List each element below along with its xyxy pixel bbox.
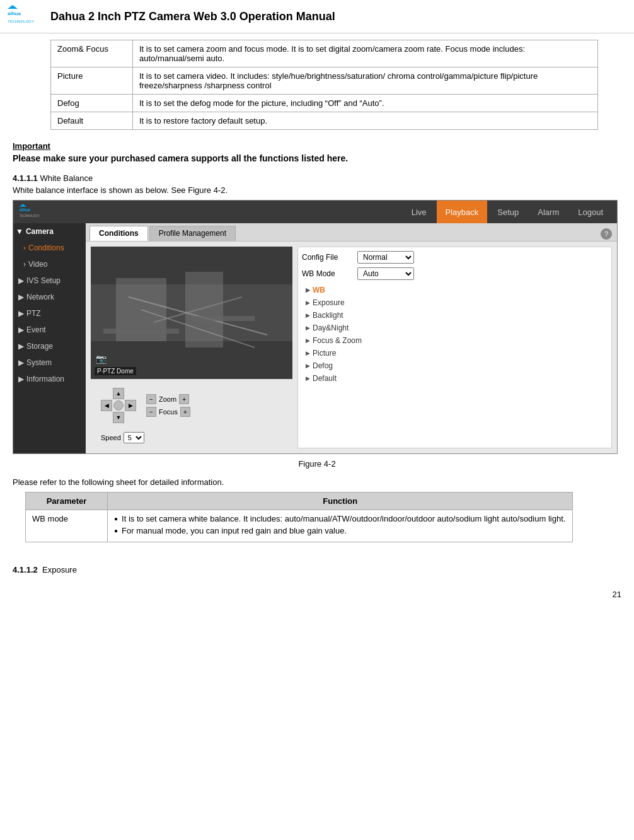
settings-menu: ▶ WB ▶ Exposure ▶ Backlight — [302, 284, 608, 385]
menu-arrow-focus-zoom: ▶ — [306, 337, 310, 344]
sidebar-item-event[interactable]: ▶ Event — [13, 322, 86, 338]
nav-live-button[interactable]: Live — [403, 201, 435, 223]
sidebar-arrow-ptz: ▶ — [18, 309, 24, 318]
desc-cell: It is to restore factory default setup. — [133, 112, 598, 130]
ptz-right-button[interactable]: ▶ — [125, 400, 136, 411]
camera-video-screen: Move Channel1 PTZ — [91, 247, 292, 379]
sidebar-label-system: System — [26, 358, 52, 367]
sidebar-arrow-network: ▶ — [18, 293, 24, 301]
important-section: Important Please make sure your purchase… — [13, 141, 621, 163]
tab-conditions[interactable]: Conditions — [89, 226, 148, 241]
features-table: Zoom& FocusIt is to set camera zoom and … — [50, 40, 598, 130]
nav-playback-button[interactable]: Playback — [437, 201, 488, 223]
camera-sidebar: ▼ Camera › Conditions › Video ▶ IVS Setu… — [13, 223, 86, 453]
ptz-up-button[interactable]: ▲ — [113, 388, 124, 399]
ptz-left-button[interactable]: ◀ — [101, 400, 112, 411]
desc-cell: It is to set camera video. It includes: … — [133, 67, 598, 95]
video-channel-label: P·PTZ Dome — [95, 367, 136, 375]
param-cell: Zoom& Focus — [51, 40, 133, 67]
section-411-body: White balance interface is shown as belo… — [13, 185, 621, 195]
tab-profile-management[interactable]: Profile Management — [149, 226, 236, 241]
camera-settings-panel: Config File Normal Day Night WB Mode A — [297, 247, 612, 448]
wb-mode-select[interactable]: Auto Manual ATW Outdoor Indoor — [357, 267, 414, 280]
speed-select[interactable]: 5 1 2 3 4 — [124, 432, 144, 443]
table-row-wb-mode: WB mode It is to set camera white balanc… — [26, 510, 573, 542]
menu-item-defog[interactable]: ▶ Defog — [302, 359, 608, 372]
camera-snapshot-icon[interactable]: 📷 — [96, 354, 107, 364]
zoom-plus-button[interactable]: + — [179, 394, 189, 404]
desc-cell: It is to set camera zoom and focus mode.… — [133, 40, 598, 67]
sidebar-item-system[interactable]: ▶ System — [13, 354, 86, 371]
config-file-label: Config File — [302, 253, 352, 262]
page-title: Dahua 2 Inch PTZ Camera Web 3.0 Operatio… — [50, 10, 335, 23]
sidebar-group-camera: ▼ Camera › Conditions › Video — [13, 223, 86, 272]
help-icon[interactable]: ? — [601, 228, 612, 240]
svg-text:alhua: alhua — [20, 207, 30, 212]
sidebar-arrow-ivs: ▶ — [18, 276, 24, 285]
speed-row: Speed 5 1 2 3 4 — [96, 431, 149, 445]
camera-ui-body: ▼ Camera › Conditions › Video ▶ IVS Setu… — [13, 223, 617, 453]
menu-arrow-defog: ▶ — [306, 363, 310, 369]
sidebar-item-information[interactable]: ▶ Information — [13, 371, 86, 387]
menu-label-day-night: Day&Night — [313, 324, 349, 332]
sidebar-label-ptz: PTZ — [26, 309, 41, 318]
speed-label: Speed — [101, 434, 121, 441]
config-file-select[interactable]: Normal Day Night — [357, 251, 414, 264]
menu-item-focus-zoom[interactable]: ▶ Focus & Zoom — [302, 334, 608, 347]
sidebar-item-storage[interactable]: ▶ Storage — [13, 338, 86, 354]
page-header: alhua TECHNOLOGY Dahua 2 Inch PTZ Camera… — [0, 0, 634, 33]
focus-minus-button[interactable]: − — [146, 407, 156, 417]
camera-content-row: Move Channel1 PTZ — [86, 242, 617, 453]
table-row: DefaultIt is to restore factory default … — [51, 112, 598, 130]
menu-arrow-day-night: ▶ — [306, 325, 310, 331]
sidebar-item-ivs-setup[interactable]: ▶ IVS Setup — [13, 272, 86, 289]
menu-item-day-night[interactable]: ▶ Day&Night — [302, 322, 608, 334]
table-row: Zoom& FocusIt is to set camera zoom and … — [51, 40, 598, 67]
camera-tabs: Conditions Profile Management ? — [86, 223, 617, 242]
menu-item-wb[interactable]: ▶ WB — [302, 284, 608, 296]
zoom-row: − Zoom + — [146, 394, 190, 404]
page-number: 21 — [0, 583, 634, 605]
menu-arrow-picture: ▶ — [306, 350, 310, 356]
sidebar-arrow-event: ▶ — [18, 325, 24, 334]
sidebar-item-camera[interactable]: ▼ Camera — [13, 223, 86, 240]
sidebar-item-video[interactable]: › Video — [13, 256, 86, 272]
footer-section: 4.1.1.2 Exposure — [0, 549, 634, 583]
camera-nav-bar: alhua TECHNOLOGY Live Playback Setup Ala… — [13, 201, 617, 223]
menu-item-picture[interactable]: ▶ Picture — [302, 347, 608, 359]
menu-label-focus-zoom: Focus & Zoom — [313, 336, 362, 345]
section-412-num: 4.1.1.2 — [13, 565, 38, 575]
sidebar-item-network[interactable]: ▶ Network — [13, 289, 86, 305]
param-cell: Default — [51, 112, 133, 130]
nav-logout-button[interactable]: Logout — [569, 201, 612, 223]
camera-ui-screenshot: alhua TECHNOLOGY Live Playback Setup Ala… — [13, 200, 618, 454]
logo-area: alhua TECHNOLOGY — [6, 4, 44, 29]
zoom-minus-button[interactable]: − — [146, 394, 156, 404]
section-411-title: White Balance — [40, 173, 93, 183]
video-feed-graphic — [91, 247, 292, 379]
zoom-label: Zoom — [159, 395, 176, 403]
focus-row: − Focus + — [146, 407, 190, 417]
sidebar-arrow-storage: ▶ — [18, 342, 24, 351]
menu-label-exposure: Exposure — [313, 298, 345, 307]
menu-item-default[interactable]: ▶ Default — [302, 372, 608, 385]
ptz-controls: ▲ ▼ ◀ ▶ − Zoom — [91, 379, 292, 448]
menu-arrow-wb: ▶ — [306, 287, 310, 293]
wb-mode-func-cell: It is to set camera white balance. It in… — [108, 510, 573, 542]
focus-plus-button[interactable]: + — [180, 407, 190, 417]
svg-text:TECHNOLOGY: TECHNOLOGY — [20, 214, 40, 218]
parameter-table: Parameter Function WB mode It is to set … — [25, 492, 573, 542]
ptz-down-button[interactable]: ▼ — [113, 412, 124, 423]
main-content: Zoom& FocusIt is to set camera zoom and … — [0, 33, 634, 549]
nav-setup-button[interactable]: Setup — [488, 201, 527, 223]
menu-item-backlight[interactable]: ▶ Backlight — [302, 309, 608, 322]
sidebar-item-ptz[interactable]: ▶ PTZ — [13, 305, 86, 322]
sidebar-label-conditions: Conditions — [28, 243, 64, 252]
menu-item-exposure[interactable]: ▶ Exposure — [302, 296, 608, 309]
nav-alarm-button[interactable]: Alarm — [529, 201, 568, 223]
sidebar-arrow-information: ▶ — [18, 375, 24, 383]
ptz-center-button[interactable] — [113, 400, 124, 411]
menu-label-defog: Defog — [313, 361, 333, 370]
zoom-focus-controls: − Zoom + − Focus + — [146, 394, 190, 417]
sidebar-item-conditions[interactable]: › Conditions — [13, 240, 86, 256]
